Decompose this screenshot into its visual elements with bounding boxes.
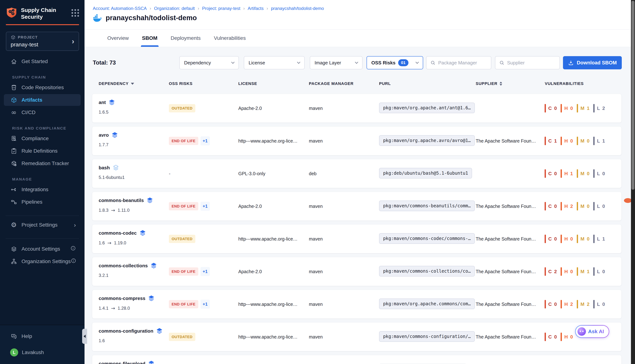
sidebar-item-get-started[interactable]: Get Started [4,56,81,67]
breadcrumb-link[interactable]: Account: Automation-SSCA [93,6,147,11]
purl-value[interactable]: pkg:maven/commons-codec/commons-… [379,233,475,244]
vuln-m-count: M 2 [577,300,590,308]
vuln-severity-bar [561,104,562,112]
purl-value[interactable]: pkg:maven/org.apache.avro/avro@1… [379,135,475,146]
supplier-cell: The Apache Software Foun… [476,138,536,144]
column-header-vulnerabilities[interactable]: VULNERABILITIES [545,79,584,88]
column-header-package-manager[interactable]: PACKAGE MANAGER [309,79,353,88]
tab-overview[interactable]: Overview [106,30,130,47]
dependency-cell: bash5.1-6ubuntu1 [99,164,125,180]
purl-cell: pkg:maven/commons-codec/commons-… [379,233,475,244]
risk-badge-eol: END OF LIFE [169,268,198,276]
module-switcher-grid-icon[interactable] [72,9,79,17]
column-header-license[interactable]: LICENSE [238,79,257,88]
sidebar-item-remediation-tracker[interactable]: Remediation Tracker [4,158,81,169]
tab-deployments[interactable]: Deployments [170,30,202,47]
table-row-ant[interactable]: ant1.6.5OUTDATEDApache-2.0mavenpkg:maven… [92,94,621,122]
license-cell: Apache-2.0 [238,269,262,274]
oss-risks-filter-select[interactable]: OSS Risks 01 [367,56,423,69]
table-row-commons-beanutils[interactable]: commons-beanutils1.8.3→1.11.0END OF LIFE… [92,192,621,220]
dependency-name: commons-beanutils [99,198,144,203]
image-layer-filter-select[interactable]: Image Layer [310,56,362,69]
layers-icon [112,164,119,171]
column-header-purl[interactable]: PURL [379,79,391,88]
table-row-avro[interactable]: avro1.7.7END OF LIFE+1http---www.apache.… [92,126,621,155]
oss-risks-cell: OUTDATED [169,104,195,112]
vuln-severity-bar [593,235,595,243]
breadcrumb-link[interactable]: Artifacts [248,6,264,11]
user-menu[interactable]: L Lavakush [4,347,81,358]
vuln-l-count: L 0 [593,300,605,308]
table-row-commons-collections[interactable]: commons-collections3.2.1END OF LIFE+1Apa… [92,257,621,286]
project-selector[interactable]: PROJECT pranay-test › [6,32,79,51]
table-row-commons-compress[interactable]: commons-compress1.4.1→1.28.0END OF LIFE+… [92,290,621,318]
column-header-supplier[interactable]: SUPPLIER [476,79,502,88]
purl-value[interactable]: pkg:maven/org.apache.ant/ant@1.6… [379,102,475,113]
purl-value[interactable]: pkg:maven/org.apache.commons/com… [379,298,475,309]
pipelines-icon [10,198,18,206]
sidebar-header: Supply Chain Security [0,0,85,20]
vuln-severity-bar [561,169,562,178]
dependency-name: commons-compress [99,296,145,301]
breadcrumb-link[interactable]: Project: pranay-test [202,6,240,11]
table-row-commons-configuration[interactable]: commons-configuration1.6OUTDATEDhttp---w… [92,322,621,351]
sidebar-bottom: ? Help L Lavakush [0,325,85,364]
purl-value[interactable]: pkg:deb/ubuntu/bash@5.1-6ubuntu1 [379,168,472,178]
download-sbom-button[interactable]: Download SBOM [563,56,622,69]
purl-value[interactable]: pkg:maven/commons-beanutils/comm… [379,200,475,211]
package-manager-search-input[interactable] [438,60,487,66]
dependency-filter-select[interactable]: Dependency [179,56,239,69]
scrollbar-thumb[interactable] [631,1,634,190]
vuln-l-count: L 0 [593,202,605,210]
sidebar-item-pipelines[interactable]: Pipelines [4,196,81,208]
sidebar-item-compliance[interactable]: Compliance [4,133,81,144]
oss-risks-cell: END OF LIFE+1 [169,202,210,211]
breadcrumb-link[interactable]: pranaycshah/todolist-demo [271,6,324,11]
purl-value[interactable]: pkg:maven/commons-collections/co… [379,266,475,276]
sidebar-item-label: Project Settings [22,222,58,228]
vulnerabilities-cell: C 0H 1M 0L 0 [545,169,609,178]
sidebar-item-label: Code Repositories [22,84,64,90]
dependency-version: 3.2.1 [99,273,108,278]
package-manager-search [426,56,491,69]
license-filter-select[interactable]: License [244,56,305,69]
sidebar-item-help[interactable]: ? Help [4,331,81,342]
purl-value[interactable]: pkg:maven/commons-configuration/… [379,331,475,342]
tab-vulnerabilities[interactable]: Vulnerabilities [213,30,247,47]
ask-ai-button[interactable]: Ask AI [575,325,609,338]
breadcrumb-link[interactable]: Organization: default [154,6,194,11]
sidebar-item-artifacts[interactable]: Artifacts [4,94,81,106]
risk-badge-eol: END OF LIFE [169,137,198,145]
sidebar-item-ci-cd[interactable]: ∞CI/CD [4,106,81,118]
sidebar-item-label: Rule Definitions [22,148,58,154]
column-label: VULNERABILITIES [545,81,584,86]
chevron-right-icon: › [72,37,74,46]
sidebar-section-manage: MANAGE [12,177,85,182]
table-row-commons-fileupload[interactable]: commons-fileuploadEND OF LIFE+1Apache-2.… [92,355,621,364]
sidebar-item-account-settings[interactable]: Account Settings [4,243,81,255]
supplier-cell: The Apache Software Foun… [476,302,536,307]
column-header-dependency[interactable]: DEPENDENCY [99,79,134,88]
sidebar-collapse-handle[interactable] [82,329,87,344]
dependency-version-new: 1.11.0 [118,208,130,213]
project-name: pranay-test [11,42,74,48]
supplier-search-input[interactable] [507,60,556,66]
sidebar-item-code-repositories[interactable]: Code Repositories [4,82,81,94]
sidebar-item-rule-definitions[interactable]: Rule Definitions [4,145,81,157]
oss-risks-filter-label: OSS Risks [371,60,395,66]
table-row-commons-codec[interactable]: commons-codec1.6→1.19.0OUTDATEDhttp---ww… [92,224,621,253]
license-filter-label: License [249,60,265,66]
sidebar-item-organization-settings[interactable]: Organization Settings [4,256,81,267]
tab-sbom[interactable]: SBOM [141,30,159,47]
table-row-bash[interactable]: bash5.1-6ubuntu1-GPL-3.0-onlydebpkg:deb/… [92,159,621,188]
vuln-c-count: C 2 [545,267,557,276]
info-icon [71,258,76,265]
sidebar-item-integrations[interactable]: Integrations [4,184,81,196]
column-header-oss-risks[interactable]: OSS RISKS [169,79,192,88]
vertical-scrollbar[interactable] [631,0,635,364]
content-area: Total: 73 Dependency License Image Layer… [85,47,635,364]
chevron-down-icon [355,60,358,64]
sidebar-item-project-settings[interactable]: ⚙Project Settings› [4,219,81,231]
accent-divider [6,24,79,25]
notification-beacon-dot[interactable] [624,198,632,203]
